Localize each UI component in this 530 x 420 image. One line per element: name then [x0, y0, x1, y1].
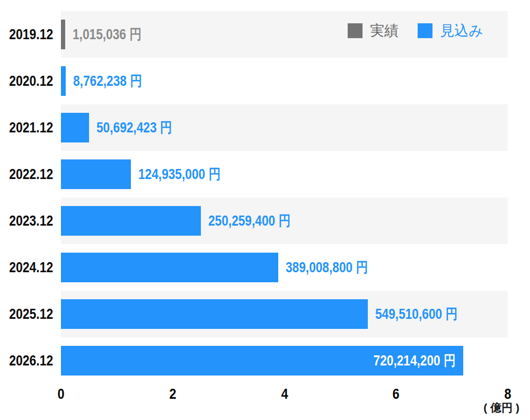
bar-2021.12	[61, 113, 89, 142]
value-label-2021.12: 50,692,423 円	[96, 118, 187, 137]
legend-item-forecast[interactable]: 見込み	[418, 21, 483, 40]
chart-row: 250,259,400 円	[61, 198, 508, 244]
legend: 実績 見込み	[348, 21, 483, 40]
chart-row: 720,214,200 円	[61, 337, 508, 384]
category-axis: 2019.122020.122021.122022.122023.122024.…	[0, 11, 53, 384]
x-tick-4: 4	[280, 386, 289, 403]
bar-2022.12	[61, 159, 131, 189]
chart-row: 50,692,423 円	[61, 104, 508, 151]
x-tick-6: 6	[392, 386, 400, 403]
category-label-2021.12: 2021.12	[0, 104, 53, 151]
plot-area: 1,015,036 円8,762,238 円50,692,423 円124,93…	[61, 11, 508, 384]
x-tick-0: 0	[57, 386, 65, 403]
category-label-2020.12: 2020.12	[0, 58, 53, 104]
category-label-2024.12: 2024.12	[0, 244, 53, 291]
chart-row: 124,935,000 円	[61, 151, 508, 198]
category-label-2022.12: 2022.12	[0, 151, 53, 198]
category-label-2023.12: 2023.12	[0, 198, 53, 244]
value-label-2022.12: 124,935,000 円	[138, 165, 236, 184]
revenue-forecast-bar-chart: 1,015,036 円8,762,238 円50,692,423 円124,93…	[0, 0, 530, 420]
legend-item-actual[interactable]: 実績	[348, 21, 399, 40]
bar-2025.12	[61, 299, 368, 329]
value-label-2020.12: 8,762,238 円	[73, 72, 155, 91]
axis-unit-label: ( 億円 )	[483, 400, 519, 415]
value-label-2026.12: 720,214,200 円	[358, 351, 456, 370]
value-axis: 02468	[61, 386, 508, 404]
chart-row: 8,762,238 円	[61, 58, 508, 104]
value-label-2019.12: 1,015,036 円	[73, 25, 155, 44]
bar-2023.12	[61, 206, 201, 236]
category-label-2026.12: 2026.12	[0, 337, 53, 384]
x-tick-2: 2	[169, 386, 177, 403]
legend-swatch-forecast	[418, 23, 432, 38]
category-label-2025.12: 2025.12	[0, 291, 53, 337]
chart-row: 549,510,600 円	[61, 291, 508, 337]
legend-label-forecast: 見込み	[440, 21, 483, 40]
legend-label-actual: 実績	[370, 21, 399, 40]
bar-2020.12	[61, 66, 66, 96]
chart-row: 389,008,800 円	[61, 244, 508, 291]
category-label-2019.12: 2019.12	[0, 11, 53, 58]
legend-swatch-actual	[348, 23, 363, 38]
bar-2024.12	[61, 253, 278, 282]
value-label-2025.12: 549,510,600 円	[375, 305, 473, 324]
value-label-2024.12: 389,008,800 円	[286, 258, 384, 277]
value-label-2023.12: 250,259,400 円	[208, 211, 306, 230]
bar-2019.12	[61, 20, 65, 49]
